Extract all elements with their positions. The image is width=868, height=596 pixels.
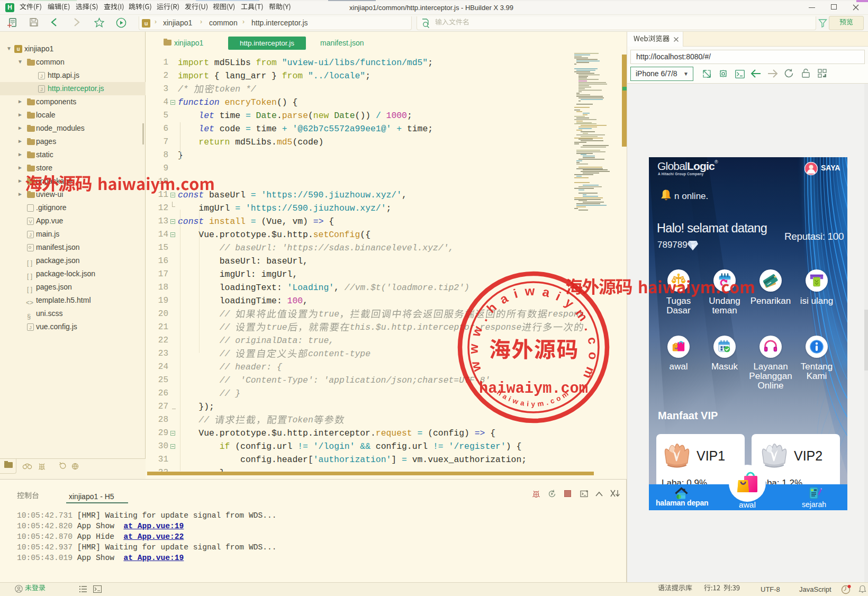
svg-text:haiwaiym.com: haiwaiym.com <box>479 380 588 398</box>
svg-text:w w w . h a i w a i y m . c o: w w w . h a i w a i y m . c o m <box>466 283 601 382</box>
